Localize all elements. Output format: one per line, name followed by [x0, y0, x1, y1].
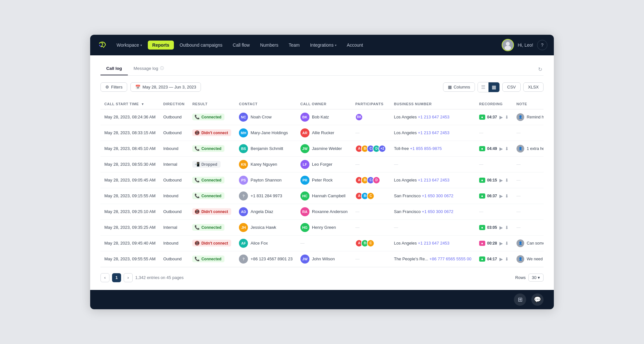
columns-button[interactable]: ▦ Columns — [443, 82, 475, 92]
cell-recording: — — [475, 125, 513, 141]
recording-cell: ● 03:05 ▶ ⬇ — [479, 225, 509, 230]
play-button[interactable]: ▶ — [499, 178, 503, 183]
no-note: — — [516, 162, 521, 167]
download-button[interactable]: ⬇ — [505, 225, 509, 230]
play-button[interactable]: ▶ — [499, 146, 503, 151]
cell-recording: ● 04:17 ▶ ⬇ — [475, 251, 513, 267]
cell-direction: Inbound — [159, 188, 188, 204]
table-row: May 28, 2023, 08:55:30 AM Internal 📲 Dro… — [100, 156, 544, 172]
col-recording[interactable]: RECORDING — [475, 99, 513, 109]
nav-logo[interactable] — [97, 39, 108, 51]
csv-export-button[interactable]: CSV — [502, 82, 521, 92]
cell-call-owner: RA Roxanne Anderson — [297, 204, 352, 219]
play-button[interactable]: ▶ — [499, 193, 503, 199]
contact-avatar: JH — [239, 223, 248, 232]
cell-contact: PS Payton Shannon — [235, 172, 297, 188]
sidebar-item-team[interactable]: Team — [284, 41, 304, 50]
note-text: 1 extra helmet rental — [527, 146, 544, 151]
participants-cell: BK — [355, 113, 386, 121]
download-button[interactable]: ⬇ — [505, 178, 509, 183]
col-note[interactable]: NOTE — [513, 99, 544, 109]
apps-button[interactable]: ⊞ — [514, 293, 526, 306]
sidebar-item-reports[interactable]: Reports — [148, 41, 174, 50]
rows-value: 30 — [532, 275, 536, 280]
play-button[interactable]: ▶ — [499, 256, 503, 262]
col-business-number[interactable]: BUSINESS NUMBER — [390, 99, 475, 109]
note-cell: 👤 Remind him regularly — [516, 113, 544, 121]
col-result[interactable]: RESULT — [188, 99, 235, 109]
no-recording: — — [479, 209, 483, 214]
list-view-button[interactable]: ☰ — [478, 82, 488, 92]
play-button[interactable]: ▶ — [499, 241, 503, 246]
cell-call-start-time: May 28, 2023, 09:55:55 AM — [100, 251, 159, 267]
no-business-number: — — [394, 162, 398, 167]
sidebar-item-account[interactable]: Account — [342, 41, 368, 50]
refresh-icon[interactable]: ↻ — [537, 65, 544, 74]
current-page[interactable]: 1 — [112, 273, 121, 282]
rows-per-page-select[interactable]: 30 ▾ — [528, 274, 544, 282]
cell-note: — — [513, 125, 544, 141]
filter-button[interactable]: ⚙ Filters — [100, 82, 127, 92]
download-button[interactable]: ⬇ — [505, 256, 509, 262]
recording-badge: ● — [479, 178, 485, 183]
cell-direction: Outbound — [159, 251, 188, 267]
play-button[interactable]: ▶ — [499, 115, 503, 120]
contact-name: Payton Shannon — [251, 178, 281, 182]
table-row: May 28, 2023, 08:45:10 AM Inbound 📞 Conn… — [100, 141, 544, 156]
sidebar-item-workspace[interactable]: Workspace ▾ — [112, 41, 147, 50]
col-direction[interactable]: DIRECTION — [159, 99, 188, 109]
table-row: May 28, 2023, 09:15:55 AM Inbound 📞 Conn… — [100, 188, 544, 204]
call-owner-avatar: LF — [300, 160, 309, 169]
tab-call-log[interactable]: Call log — [100, 63, 128, 75]
table-row: May 28, 2023, 09:05:45 AM Outbound 📞 Con… — [100, 172, 544, 188]
badge-icon: 📞 — [194, 225, 200, 230]
recording-time: 03:05 — [487, 225, 497, 230]
xlsx-export-button[interactable]: XLSX — [523, 82, 544, 92]
cell-direction: Inbound — [159, 141, 188, 156]
cell-business-number: Los Angeles +1 213 647 2453 — [390, 235, 475, 251]
prev-page-button[interactable]: ‹ — [100, 273, 109, 282]
cell-call-start-time: May 28, 2023, 08:24:36 AM — [100, 109, 159, 125]
download-button[interactable]: ⬇ — [505, 115, 509, 120]
next-page-button[interactable]: › — [124, 273, 133, 282]
call-owner-avatar: HG — [300, 223, 309, 232]
sidebar-item-outbound-campaigns[interactable]: Outbound campaigns — [175, 41, 227, 50]
chat-button[interactable]: 💬 — [531, 293, 544, 306]
call-owner-avatar: JW — [300, 255, 309, 264]
outbound-campaigns-label: Outbound campaigns — [180, 42, 223, 48]
workspace-chevron: ▾ — [140, 43, 142, 47]
navbar: Workspace ▾ Reports Outbound campaigns C… — [90, 35, 554, 55]
participants-cell: ABC — [355, 192, 386, 200]
sidebar-item-integrations[interactable]: Integrations ▾ — [306, 41, 341, 50]
tab-message-log[interactable]: Message log ⓘ — [128, 63, 170, 76]
participants-cell: ABCD — [355, 176, 386, 184]
call-owner-cell: JW Jasmine Welder — [300, 144, 348, 153]
help-button[interactable]: ? — [537, 40, 547, 50]
badge-icon: 📞 — [194, 193, 200, 198]
col-participants[interactable]: PARTICIPANTS — [351, 99, 390, 109]
play-button[interactable]: ▶ — [499, 225, 503, 230]
cell-business-number: San Francisco +1 650 300 0672 — [390, 188, 475, 204]
col-call-start-time[interactable]: CALL START TIME ▼ — [100, 99, 159, 109]
no-recording: — — [479, 130, 483, 135]
cell-business-number: Los Angeles +1 213 647 2453 — [390, 109, 475, 125]
grid-view-button[interactable]: ▦ — [488, 82, 499, 92]
cell-call-owner: AR Allie Rucker — [297, 125, 352, 141]
sidebar-item-call-flow[interactable]: Call flow — [228, 41, 254, 50]
date-range-button[interactable]: 📅 May 28, 2023 — Jun 3, 2023 — [130, 82, 201, 92]
download-button[interactable]: ⬇ — [505, 146, 509, 151]
result-badge: 📵 Didn't connect — [192, 129, 231, 136]
avatar[interactable] — [502, 39, 514, 51]
result-badge: 📲 Dropped — [192, 161, 220, 168]
col-call-owner[interactable]: CALL OWNER — [297, 99, 352, 109]
download-button[interactable]: ⬇ — [505, 193, 509, 199]
col-contact[interactable]: CONTACT — [235, 99, 297, 109]
sidebar-item-numbers[interactable]: Numbers — [256, 41, 283, 50]
badge-icon: 📞 — [194, 178, 200, 182]
svg-point-1 — [506, 42, 510, 46]
badge-icon: 📲 — [194, 162, 200, 167]
download-button[interactable]: ⬇ — [505, 241, 509, 246]
chevron-down-icon: ▾ — [538, 275, 540, 280]
table-row: May 28, 2023, 09:25:10 AM Outbound 📵 Did… — [100, 204, 544, 219]
no-business-number: — — [394, 225, 398, 230]
